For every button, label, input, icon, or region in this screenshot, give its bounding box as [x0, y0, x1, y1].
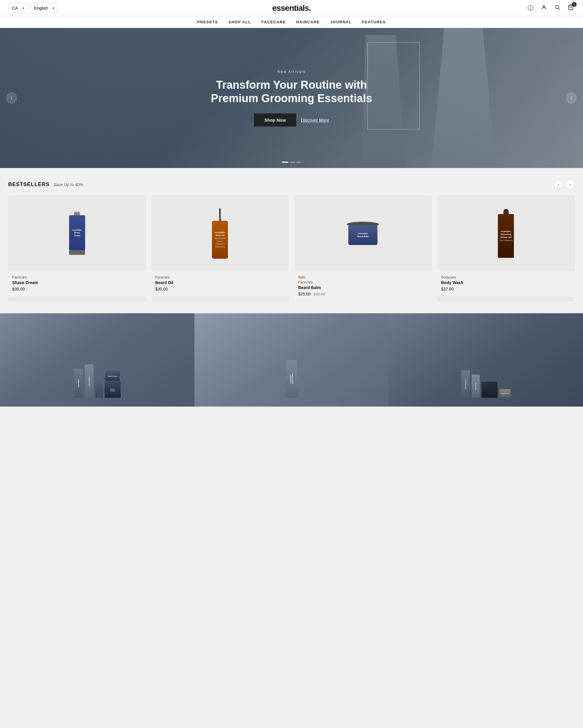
collection-bodycare[interactable]: essentials.Body Cream: [194, 313, 389, 407]
main-nav: PRESETS SHOP ALL FACECARE HAIRCARE JOURN…: [0, 16, 583, 28]
collection-haircare[interactable]: Hair Shampoo Hair Mask Matte Paste: [389, 313, 583, 407]
product-card-shave-cream[interactable]: essentials.ShaveCream Facecare Shave Cre…: [8, 196, 146, 302]
hero-section: ‹ New Arrivals Transform Your Routine wi…: [0, 28, 583, 168]
products-prev-button[interactable]: ‹: [554, 180, 563, 189]
nav-journal[interactable]: JOURNAL: [330, 20, 352, 24]
product-name: Shave Cream: [12, 280, 142, 285]
info-icon: ⓘ: [528, 5, 533, 11]
product-price: $30.00: [156, 287, 285, 291]
nav-features[interactable]: FEATURES: [362, 20, 386, 24]
featured-collections: Face Wash Face Cream Beard Cream ShaveCr…: [0, 313, 583, 407]
product-name: Beard Oil: [156, 280, 285, 285]
product-card-body-wash[interactable]: essentials.RefreshingShower GelFruit & V…: [437, 196, 575, 302]
hero-dot-3[interactable]: [297, 162, 301, 163]
section-nav: ‹ ›: [554, 180, 575, 189]
product-category: Facecare: [156, 275, 285, 280]
chevron-right-icon: ›: [570, 182, 571, 187]
section-title: BESTSELLERS: [8, 181, 50, 187]
product-info-shave-cream: Facecare Shave Cream $30.00: [8, 271, 146, 296]
hero-next-button[interactable]: ›: [566, 93, 577, 103]
site-logo[interactable]: essentials.: [272, 3, 311, 13]
hero-title: Transform Your Routine with Premium Groo…: [207, 78, 376, 105]
hero-dot-2[interactable]: [290, 162, 295, 163]
discover-more-button[interactable]: Discover More: [301, 118, 329, 123]
shop-now-button[interactable]: Shop Now: [254, 113, 296, 127]
product-price: $30.00: [12, 287, 142, 291]
hero-tag: New Arrivals: [207, 70, 376, 74]
nav-haircare[interactable]: HAIRCARE: [296, 20, 320, 24]
collection-facecare-products: Face Wash Face Cream Beard Cream ShaveCr…: [0, 313, 194, 407]
chevron-left-icon: ‹: [558, 182, 559, 187]
hero-dots: [282, 162, 301, 163]
cart-button[interactable]: 0: [567, 3, 575, 13]
product-info-beard-oil: Facecare Beard Oil $30.00: [151, 271, 289, 296]
section-subtitle: Save Up to 40%: [54, 182, 83, 187]
product-card-beard-oil[interactable]: essentials.Beard OilNatural Jojoba Extra…: [151, 196, 289, 302]
sale-price: $25.00: [298, 292, 311, 296]
svg-point-0: [543, 5, 545, 7]
chevron-left-icon: ‹: [11, 95, 12, 101]
country-select[interactable]: CA US UK: [8, 3, 27, 13]
info-button[interactable]: ⓘ: [526, 3, 535, 13]
nav-facecare[interactable]: FACECARE: [261, 20, 286, 24]
hero-content: New Arrivals Transform Your Routine with…: [207, 70, 376, 126]
language-selector-wrapper: English French: [30, 3, 57, 13]
product-image-body-wash: essentials.RefreshingShower GelFruit & V…: [437, 196, 575, 271]
product-image-shave-cream: essentials.ShaveCream: [8, 196, 146, 271]
product-price: $25.00 $31.00: [298, 292, 428, 296]
user-button[interactable]: [540, 3, 548, 13]
user-icon: [541, 5, 547, 11]
product-category: Facecare: [298, 280, 428, 284]
bestsellers-section: BESTSELLERS Save Up to 40% ‹ › essential…: [0, 168, 583, 312]
hero-dot-1[interactable]: [282, 162, 288, 163]
product-name: Body Wash: [441, 280, 571, 285]
product-info-beard-balm: Sale Facecare Beard Balm $25.00 $31.00: [294, 271, 432, 302]
search-icon: [554, 5, 560, 11]
hero-buttons: Shop Now Discover More: [207, 113, 376, 127]
section-title-group: BESTSELLERS Save Up to 40%: [8, 181, 83, 187]
products-grid: essentials.ShaveCream Facecare Shave Cre…: [8, 196, 575, 302]
product-card-beard-balm[interactable]: essentials.Beard Balm Sale Facecare Bear…: [294, 196, 432, 302]
collection-facecare[interactable]: Face Wash Face Cream Beard Cream ShaveCr…: [0, 313, 194, 407]
language-select[interactable]: English French: [30, 3, 57, 13]
product-image-beard-oil: essentials.Beard OilNatural Jojoba Extra…: [151, 196, 289, 271]
nav-presets[interactable]: PRESETS: [197, 20, 218, 24]
product-info-body-wash: Bodycare Body Wash $37.00: [437, 271, 575, 296]
collection-bodycare-products: essentials.Body Cream: [194, 313, 389, 407]
hero-prev-button[interactable]: ‹: [6, 93, 17, 103]
header-top: CA US UK English French essentials. ⓘ: [0, 0, 583, 16]
header-icons: ⓘ: [526, 3, 575, 13]
product-image-beard-balm: essentials.Beard Balm: [294, 196, 432, 271]
collection-haircare-products: Hair Shampoo Hair Mask Matte Paste: [389, 313, 583, 407]
sale-badge: Sale: [298, 275, 428, 280]
svg-point-1: [555, 5, 559, 9]
product-price: $37.00: [441, 287, 571, 291]
nav-shop-all[interactable]: SHOP ALL: [228, 20, 251, 24]
product-name: Beard Balm: [298, 285, 428, 290]
product-category: Bodycare: [441, 275, 571, 280]
country-selector-wrapper: CA US UK: [8, 3, 27, 13]
chevron-right-icon: ›: [571, 95, 572, 101]
product-category: Facecare: [12, 275, 142, 280]
svg-line-2: [558, 8, 560, 10]
cart-badge: 0: [572, 2, 577, 7]
search-button[interactable]: [553, 3, 561, 13]
footer-spacer: [0, 407, 583, 412]
original-price: $31.00: [314, 292, 325, 296]
section-header: BESTSELLERS Save Up to 40% ‹ ›: [8, 180, 575, 189]
header-selectors: CA US UK English French: [8, 3, 57, 13]
products-next-button[interactable]: ›: [565, 180, 575, 189]
